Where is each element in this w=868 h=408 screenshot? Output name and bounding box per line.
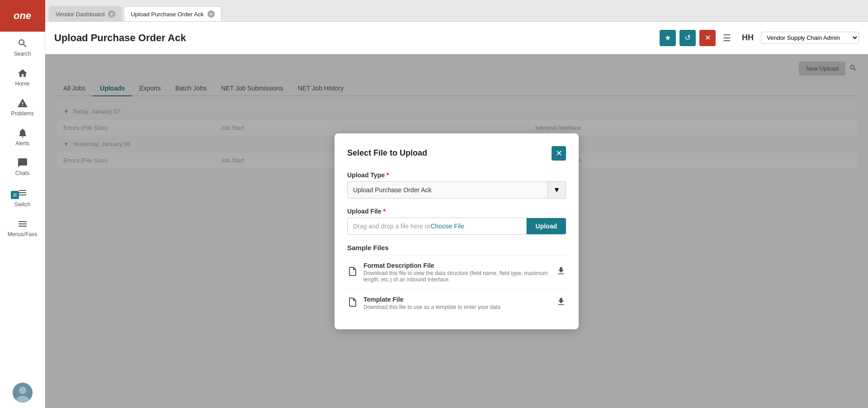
- header-actions: ★ ↻ ✕ ☰ HH Vendor Supply Chain Admin: [660, 30, 859, 46]
- avatar[interactable]: [13, 383, 33, 403]
- file-icon-template: [347, 297, 358, 309]
- hamburger-icon: ☰: [723, 33, 731, 43]
- close-page-button[interactable]: ✕: [699, 30, 716, 46]
- page-title: Upload Purchase Order Ack: [54, 32, 660, 44]
- modal-header: Select File to Upload ✕: [347, 146, 566, 161]
- hamburger-button[interactable]: ☰: [719, 31, 735, 45]
- upload-type-select[interactable]: Upload Purchase Order Ack: [347, 181, 548, 199]
- sidebar-item-home[interactable]: Home: [0, 62, 45, 91]
- sidebar-item-alerts[interactable]: Alerts: [0, 121, 45, 151]
- sample-files-section: Sample Files Format Description File Dow…: [347, 244, 566, 317]
- modal-close-icon: ✕: [556, 148, 562, 158]
- tab-close-upload-po-ack[interactable]: ✕: [208, 10, 215, 18]
- required-star-file: *: [383, 208, 385, 215]
- user-avatar-area: [13, 377, 33, 408]
- close-icon: ✕: [705, 33, 711, 42]
- document-icon-template: [347, 297, 358, 308]
- sidebar-label-switch: Switch: [14, 201, 30, 208]
- refresh-icon: ↻: [685, 33, 691, 42]
- required-star: *: [387, 171, 389, 179]
- upload-button[interactable]: Upload: [527, 218, 566, 234]
- sidebar-label-home: Home: [15, 81, 29, 87]
- sample-file-format-desc: Format Description File Download this fi…: [347, 255, 566, 289]
- sidebar: one Search Home Problems Alerts Chats Sw…: [0, 0, 45, 408]
- format-file-desc: Download this file to view the data stru…: [363, 270, 551, 283]
- tab-upload-po-ack[interactable]: Upload Purchase Order Ack ✕: [124, 6, 221, 21]
- main-area: Vendor Dashboard ✕ Upload Purchase Order…: [45, 0, 868, 408]
- sidebar-label-alerts: Alerts: [15, 140, 29, 147]
- upload-type-group: Upload Type * Upload Purchase Order Ack …: [347, 171, 566, 199]
- file-drop-area[interactable]: Drag and drop a file here or Choose File: [347, 218, 527, 235]
- svg-point-1: [19, 387, 26, 394]
- sidebar-item-chats[interactable]: Chats: [0, 151, 45, 181]
- tab-vendor-dashboard[interactable]: Vendor Dashboard ✕: [49, 6, 122, 21]
- chat-icon: [17, 157, 28, 168]
- switch-badge-icon: [12, 192, 18, 198]
- search-icon: [17, 38, 28, 49]
- sidebar-item-search[interactable]: Search: [0, 32, 45, 62]
- file-icon-format: [347, 266, 358, 279]
- warning-icon: [17, 98, 28, 109]
- menu-icon: [17, 218, 28, 229]
- modal-overlay: Select File to Upload ✕ Upload Type * Up…: [45, 54, 868, 408]
- sidebar-item-menus[interactable]: Menus/Favs: [0, 212, 45, 242]
- home-icon: [17, 68, 28, 79]
- user-initials: HH: [738, 33, 757, 43]
- upload-file-label: Upload File *: [347, 208, 566, 215]
- sample-file-template: Template File Download this file to use …: [347, 289, 566, 317]
- modal-close-button[interactable]: ✕: [552, 146, 566, 161]
- download-icon-format: [556, 266, 566, 276]
- sidebar-label-problems: Problems: [11, 110, 34, 117]
- upload-type-select-wrapper: Upload Purchase Order Ack ▼: [347, 181, 566, 199]
- template-file-info: Template File Download this file to use …: [363, 296, 551, 310]
- app-logo[interactable]: one: [0, 0, 45, 32]
- tab-label-vendor-dashboard: Vendor Dashboard: [56, 11, 104, 18]
- refresh-button[interactable]: ↻: [679, 30, 696, 46]
- tab-label-upload-po-ack: Upload Purchase Order Ack: [131, 11, 203, 18]
- select-caret-icon: ▼: [548, 181, 566, 199]
- upload-type-label: Upload Type *: [347, 171, 566, 179]
- format-file-name: Format Description File: [363, 262, 551, 269]
- star-button[interactable]: ★: [660, 30, 676, 46]
- sidebar-label-menus: Menus/Favs: [8, 231, 37, 237]
- template-file-name: Template File: [363, 296, 551, 303]
- upload-file-group: Upload File * Drag and drop a file here …: [347, 208, 566, 235]
- format-file-info: Format Description File Download this fi…: [363, 262, 551, 283]
- bell-icon: [17, 128, 28, 138]
- tab-close-vendor-dashboard[interactable]: ✕: [108, 10, 115, 18]
- sidebar-label-chats: Chats: [15, 170, 29, 176]
- modal-title: Select File to Upload: [347, 148, 427, 158]
- file-upload-row: Drag and drop a file here or Choose File…: [347, 218, 566, 235]
- user-role-select[interactable]: Vendor Supply Chain Admin: [761, 32, 859, 44]
- switch-badge: [11, 191, 19, 199]
- content-area: New Upload All Jobs Uploads Exports Batc…: [45, 54, 868, 408]
- document-icon: [347, 266, 358, 277]
- tab-bar: Vendor Dashboard ✕ Upload Purchase Order…: [45, 0, 868, 22]
- template-file-desc: Download this file to use as a template …: [363, 304, 551, 310]
- sidebar-item-problems[interactable]: Problems: [0, 91, 45, 121]
- sample-files-title: Sample Files: [347, 244, 566, 251]
- download-icon-template: [556, 297, 566, 307]
- upload-modal: Select File to Upload ✕ Upload Type * Up…: [335, 133, 579, 329]
- file-drop-text: Drag and drop a file here or: [353, 223, 430, 230]
- page-header: Upload Purchase Order Ack ★ ↻ ✕ ☰ HH Ven…: [45, 22, 868, 54]
- template-file-download-button[interactable]: [556, 297, 566, 309]
- choose-file-link[interactable]: Choose File: [430, 223, 464, 230]
- avatar-image: [13, 383, 33, 403]
- sidebar-label-search: Search: [14, 51, 31, 57]
- format-file-download-button[interactable]: [556, 266, 566, 278]
- sidebar-item-switch[interactable]: Switch: [0, 181, 45, 212]
- logo-text: one: [14, 10, 31, 22]
- star-icon: ★: [665, 33, 671, 42]
